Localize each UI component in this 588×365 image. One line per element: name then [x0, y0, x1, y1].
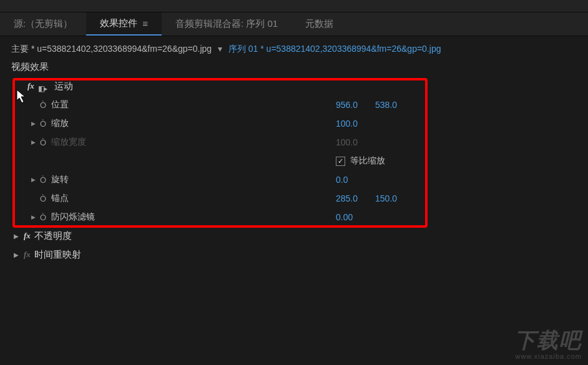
time-remap-label: 时间重映射	[34, 249, 81, 261]
motion-label: 运动	[54, 80, 73, 92]
property-anchor-point: Ò 锚点 285.0 150.0	[11, 189, 588, 208]
fx-badge-icon[interactable]: fx	[24, 231, 31, 241]
twisty-closed-icon[interactable]: ▶	[31, 177, 40, 183]
effect-panel: fx 运动 Ò 位置 956.0 538.0 ▶ Ò 缩放 100.0 ▶ Ò …	[11, 77, 588, 264]
tab-effect-controls-label: 效果控件	[100, 17, 137, 29]
twisty-closed-icon[interactable]: ▶	[31, 214, 40, 220]
effect-opacity-header[interactable]: ▶ fx 不透明度	[11, 226, 588, 245]
anchor-y-value[interactable]: 150.0	[375, 193, 397, 203]
master-prefix: 主要	[11, 44, 29, 54]
stopwatch-icon[interactable]: Ò	[40, 213, 51, 222]
property-uniform-scale: ✓ 等比缩放	[11, 152, 588, 170]
stopwatch-icon[interactable]: Ò	[40, 194, 51, 203]
twisty-closed-icon: ▶	[31, 139, 40, 145]
scale-width-label: 缩放宽度	[51, 137, 145, 148]
tab-source[interactable]: 源:（无剪辑）	[0, 12, 86, 36]
master-clip-name[interactable]: u=538821402,3203368994&fm=26&gp=0.jpg	[37, 44, 212, 54]
anchor-x-value[interactable]: 285.0	[336, 193, 358, 203]
flicker-label: 防闪烁滤镜	[51, 212, 145, 223]
stopwatch-icon[interactable]: Ò	[40, 119, 51, 129]
property-flicker-filter: ▶ Ò 防闪烁滤镜 0.00	[11, 208, 588, 226]
transform-box-icon[interactable]	[38, 82, 49, 90]
position-label: 位置	[51, 99, 145, 110]
rotation-label: 旋转	[51, 174, 145, 185]
scale-width-value: 100.0	[336, 137, 358, 147]
twisty-closed-icon[interactable]: ▶	[14, 251, 21, 258]
flicker-value[interactable]: 0.00	[336, 212, 353, 222]
sequence-clip-name[interactable]: u=538821402,3203368994&fm=26&gp=0.jpg	[267, 44, 441, 54]
panel-tabs: 源:（无剪辑） 效果控件 ≡ 音频剪辑混合器: 序列 01 元数据	[0, 12, 588, 36]
video-effects-header: 视频效果	[0, 59, 588, 75]
clip-breadcrumb: 主要 * u=538821402,3203368994&fm=26&gp=0.j…	[0, 36, 588, 59]
stopwatch-icon[interactable]: Ò	[40, 100, 51, 110]
watermark-text: 下载吧	[514, 326, 582, 355]
sequence-name[interactable]: 序列 01	[228, 44, 258, 54]
uniform-scale-label: 等比缩放	[350, 155, 385, 167]
property-position: Ò 位置 956.0 538.0	[11, 95, 588, 114]
panel-menu-icon[interactable]: ≡	[142, 18, 148, 29]
title-bar	[0, 0, 588, 12]
tab-effect-controls[interactable]: 效果控件 ≡	[86, 12, 162, 36]
fx-badge-icon[interactable]: fx	[24, 250, 31, 260]
stopwatch-icon: Ò	[40, 138, 51, 147]
effect-motion-header[interactable]: fx 运动	[11, 77, 588, 95]
scale-value[interactable]: 100.0	[336, 119, 358, 129]
watermark: 下载吧 www.xiazaiba.com	[514, 326, 582, 360]
rotation-value[interactable]: 0.0	[336, 175, 348, 185]
position-y-value[interactable]: 538.0	[375, 100, 397, 110]
star-icon: *	[260, 44, 263, 54]
property-scale: ▶ Ò 缩放 100.0	[11, 114, 588, 133]
star-icon: *	[31, 44, 34, 54]
twisty-closed-icon[interactable]: ▶	[14, 233, 21, 240]
property-scale-width: ▶ Ò 缩放宽度 100.0	[11, 133, 588, 152]
tab-audio-mixer[interactable]: 音频剪辑混合器: 序列 01	[162, 12, 292, 36]
twisty-closed-icon[interactable]: ▶	[31, 120, 40, 127]
opacity-label: 不透明度	[34, 230, 72, 242]
stopwatch-icon[interactable]: Ò	[40, 175, 51, 185]
property-rotation: ▶ Ò 旋转 0.0	[11, 170, 588, 189]
tab-metadata[interactable]: 元数据	[292, 12, 347, 36]
position-x-value[interactable]: 956.0	[336, 100, 358, 110]
fx-badge-icon[interactable]: fx	[27, 81, 34, 91]
anchor-label: 锚点	[51, 193, 145, 204]
scale-label: 缩放	[51, 118, 145, 129]
uniform-scale-checkbox[interactable]: ✓	[336, 157, 345, 166]
dropdown-arrow-icon[interactable]: ▾	[218, 44, 222, 54]
watermark-url: www.xiazaiba.com	[514, 353, 582, 360]
effect-time-remap-header[interactable]: ▶ fx 时间重映射	[11, 245, 588, 264]
